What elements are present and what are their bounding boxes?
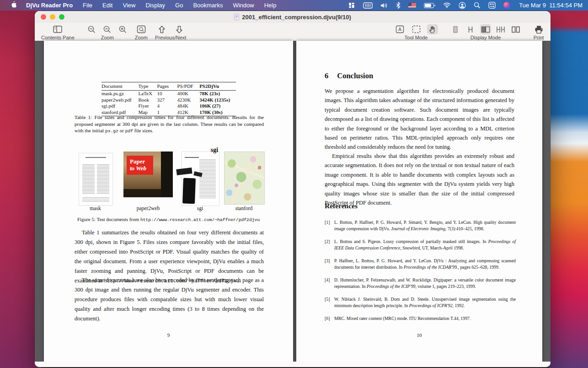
bluetooth-icon[interactable]	[396, 2, 401, 9]
references-list: [1] L. Bottou, P. Haffner, P. G. Howard,…	[325, 219, 516, 329]
magnifier-plus-icon	[118, 25, 127, 34]
apple-icon	[11, 1, 17, 8]
book-cover-title: Paper to Web	[127, 156, 153, 175]
close-button[interactable]	[41, 14, 46, 20]
thumb-label-sgi: sgi	[182, 206, 219, 211]
continuous-mode-button[interactable]	[465, 24, 476, 34]
zoom-out-button[interactable]	[86, 24, 97, 34]
hand-tool-button[interactable]	[427, 24, 438, 34]
prev-next-group: Previous/Next	[155, 24, 186, 40]
area-select-tool-button[interactable]	[411, 24, 422, 34]
contents-pane-button[interactable]	[52, 24, 63, 34]
menu-window[interactable]: Window	[228, 2, 259, 9]
print-button[interactable]	[533, 24, 544, 34]
siri-icon[interactable]	[503, 2, 510, 9]
document-icon	[234, 14, 239, 20]
menu-help[interactable]: Help	[259, 2, 282, 9]
cell: Book	[138, 97, 157, 103]
reference-number: [5]	[325, 296, 331, 309]
text-select-tool-button[interactable]: A	[394, 24, 405, 34]
spotlight-search-icon[interactable]	[474, 2, 481, 9]
next-page-button[interactable]	[174, 24, 185, 34]
paragraph: Empirical results show that this algorit…	[325, 152, 514, 207]
contents-pane-group: Contents Pane	[41, 24, 75, 40]
thumbnail-stanford-map	[224, 152, 265, 205]
sgi-logo-text: sgi	[208, 146, 221, 154]
table-row: paper2web.pdfBook3274230K3424K (1235s)	[102, 97, 236, 103]
reference-text: , Snowbird, UT, March-April 1998.	[400, 245, 464, 250]
text-select-icon: A	[396, 25, 404, 33]
cell: mask.ps.gz	[102, 90, 138, 97]
toolbar: Contents Pane Zoom Zoo	[35, 23, 551, 42]
reference-venue: Proceedings of the ICIP'99	[367, 284, 415, 289]
wifi-icon[interactable]	[443, 2, 451, 8]
table-1-caption: Table 1: File sizes and compression time…	[75, 114, 264, 135]
reference-text: , 7(3):410–425, 1998.	[445, 226, 484, 231]
menu-edit[interactable]: Edit	[97, 2, 118, 9]
window-title: 2001_efficient_compression.djvu(9/10)	[242, 14, 351, 21]
zoom-window-button[interactable]	[59, 14, 64, 20]
account-icon[interactable]	[459, 2, 466, 9]
table-header-row: Document Type Pages PS/PDF PS2DjVu	[102, 82, 236, 91]
caption-url: http://www.research.att.com/~haffner/pdf…	[140, 217, 260, 222]
us-flag-icon[interactable]	[408, 3, 416, 8]
marquee-zoom-button[interactable]	[136, 24, 147, 34]
page-number-right: 10	[296, 332, 542, 338]
hand-icon	[428, 25, 437, 34]
caption-mono: pdf	[125, 129, 133, 134]
cell: 106K (27)	[199, 103, 236, 109]
previous-page-button[interactable]	[156, 24, 167, 34]
cover-line-1: Paper	[130, 158, 145, 165]
menu-bookmarks[interactable]: Bookmarks	[188, 2, 228, 9]
menu-view[interactable]: View	[118, 2, 140, 9]
display-mode-label: Display Mode	[470, 35, 501, 40]
document-page-9[interactable]: Document Type Pages PS/PDF PS2DjVu mask.…	[44, 41, 293, 362]
thumbnail-mask	[79, 153, 113, 206]
app-layout-icon[interactable]	[348, 2, 355, 9]
menu-go[interactable]: Go	[170, 2, 188, 9]
figure-5-caption: Figure 5: Test documents from http://www…	[44, 216, 293, 222]
selection-rect-icon	[412, 25, 421, 33]
cell: 10	[157, 90, 177, 97]
two-page-continuous-mode-button[interactable]	[495, 24, 506, 34]
cell: sgi.pdf	[102, 103, 138, 109]
keyboard-icon[interactable]	[363, 2, 373, 9]
battery-icon[interactable]	[424, 3, 435, 8]
single-page-mode-button[interactable]	[450, 24, 461, 34]
reference-text: L. Bottou and S. Pigeon. Lossy compressi…	[334, 239, 488, 244]
title-bar[interactable]: 2001_efficient_compression.djvu(9/10)	[35, 11, 551, 23]
menu-app-name[interactable]: DjVu Reader Pro	[22, 2, 78, 9]
cell: LaTeX	[138, 90, 157, 97]
table-row: sgi.pdfFlyer4484K106K (27)	[102, 103, 236, 109]
reference-text: , 1992.	[453, 303, 465, 308]
minimize-button[interactable]	[50, 14, 55, 20]
thumb-label-paper2web: paper2web	[123, 206, 173, 211]
paragraph: The same documents have also been encode…	[75, 276, 264, 324]
col-ps2djvu: PS2DjVu	[199, 82, 236, 91]
display-mode-group: Display Mode	[450, 24, 521, 40]
document-page-10[interactable]: 6Conclusion We propose a segmentation al…	[296, 41, 542, 362]
reference-text: MRC. Mixed rater content (MRC) mode. ITU…	[334, 316, 470, 321]
volume-icon[interactable]	[380, 2, 388, 9]
menu-display[interactable]: Display	[140, 2, 170, 9]
side-by-side-mode-button[interactable]	[510, 24, 521, 34]
thumb-label-mask: mask	[79, 206, 112, 211]
reference-item: [3] P. Haffner, L. Bottou, P. G. Howard,…	[325, 258, 516, 271]
reference-number: [4]	[325, 277, 331, 290]
menubar-clock[interactable]: Tue Mar 9 11:54:54 PM	[519, 2, 583, 9]
apple-menu[interactable]	[5, 1, 22, 10]
prev-next-label: Previous/Next	[155, 35, 186, 40]
document-view[interactable]: Document Type Pages PS/PDF PS2DjVu mask.…	[35, 41, 551, 367]
two-page-mode-button[interactable]	[480, 24, 491, 34]
caption-text: Table 1: File sizes and compression time…	[75, 114, 264, 133]
reference-number: [3]	[325, 258, 331, 271]
control-center-icon[interactable]	[488, 2, 496, 9]
cell: 327	[157, 97, 177, 103]
zoom-out-button-2[interactable]	[102, 24, 113, 34]
section-number: 6	[325, 71, 328, 80]
magnifier-minus-icon	[103, 25, 112, 34]
menu-file[interactable]: File	[78, 2, 97, 9]
col-pages: Pages	[157, 82, 177, 91]
zoom-in-button[interactable]	[118, 24, 128, 34]
two-page-continuous-icon	[496, 25, 506, 34]
